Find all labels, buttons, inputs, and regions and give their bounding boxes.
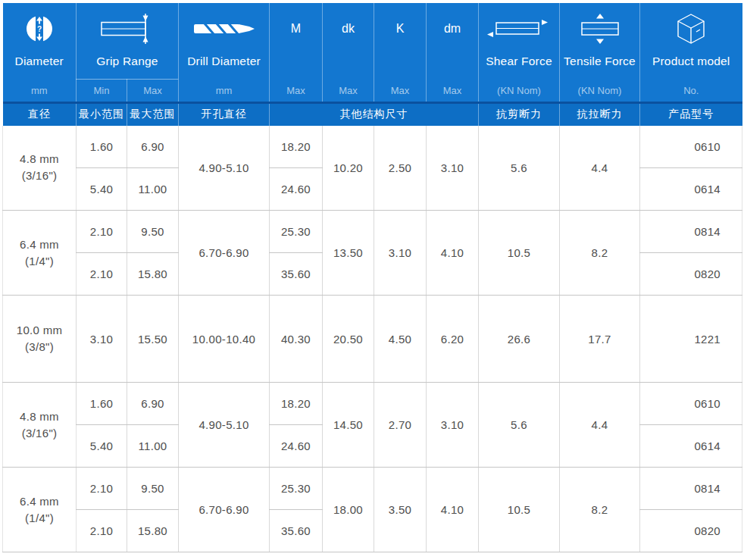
cell-k: 3.10 [374,211,427,296]
spec-sheet-page: ? Diameter [0,3,744,560]
cell-grip-min: 1.60 [77,383,127,425]
cell-model: 0610 [640,383,742,425]
cell-grip-max: 15.80 [127,510,179,552]
svg-text:?: ? [37,25,42,33]
dm-label: dm [444,22,461,36]
cell-diameter: 6.4 mm(1/4") [3,211,77,296]
cell-m: 35.60 [270,253,323,296]
cn-header-grip-max: 最大范围 [127,103,179,126]
table-header: ? Diameter [3,3,742,126]
cell-grip-max: 9.50 [127,468,179,510]
cell-m: 18.20 [270,126,323,168]
cell-dk: 20.50 [323,296,374,383]
cell-tensile: 8.2 [560,468,640,552]
cell-grip-min: 3.10 [77,296,127,383]
k-label: K [396,22,405,36]
cell-m: 18.20 [270,383,323,425]
cell-grip-max: 11.00 [127,425,179,468]
cell-dm: 4.10 [427,211,479,296]
cell-diameter: 4.8 mm(3/16") [3,383,77,468]
grip-range-label: Grip Range [77,55,178,79]
product-model-label: Product model [640,55,742,79]
col-header-m: M [270,3,323,80]
sub-label-grip-min: Min [77,80,127,103]
cell-grip-min: 2.10 [77,510,127,552]
cell-dm: 6.20 [427,296,479,383]
sub-label-drill-unit: mm [179,80,270,103]
cell-drill: 4.90-5.10 [179,383,270,468]
cell-shear: 5.6 [479,126,560,211]
col-header-dk: dk [323,3,374,80]
sub-label-k-max: Max [374,80,427,103]
cell-diameter: 4.8 mm(3/16") [3,126,77,211]
cell-drill: 10.00-10.40 [179,296,270,383]
cell-grip-min: 2.10 [77,253,127,296]
col-header-shear-force: Shear Force [479,3,560,80]
table-body: 4.8 mm(3/16") 1.60 6.90 4.90-5.10 18.20 … [3,126,742,552]
cell-model: 0614 [640,168,742,211]
table-row: 4.8 mm(3/16") 1.60 6.90 4.90-5.10 18.20 … [3,126,742,168]
table-row: 10.0 mm(3/8") 3.10 15.50 10.00-10.40 40.… [3,296,742,383]
cn-header-product: 产品型号 [640,103,742,126]
table-row: 4.8 mm(3/16") 1.60 6.90 4.90-5.10 18.20 … [3,383,742,425]
cell-model: 0820 [640,253,742,296]
sub-label-diameter-unit: mm [3,80,77,103]
col-header-dm: dm [427,3,479,80]
cell-m: 25.30 [270,468,323,510]
sub-label-tensile-unit: (KN Nom) [560,80,640,103]
shear-force-label: Shear Force [479,55,559,79]
cell-grip-max: 11.00 [127,168,179,211]
cell-grip-min: 2.10 [77,468,127,510]
table-row: 6.4 mm(1/4") 2.10 9.50 6.70-6.90 25.30 1… [3,468,742,510]
cell-grip-min: 2.10 [77,211,127,253]
dk-label: dk [342,22,355,36]
rivet-spec-table: ? Diameter [2,3,742,552]
cell-drill: 6.70-6.90 [179,468,270,552]
cell-m: 24.60 [270,168,323,211]
col-header-tensile-force: Tensile Force [560,3,640,80]
grip-range-icon [77,3,178,55]
cell-dm: 4.10 [427,468,479,552]
cell-model: 0820 [640,510,742,552]
cn-header-shear: 抗剪断力 [479,103,560,126]
cell-model: 0614 [640,425,742,468]
cell-tensile: 8.2 [560,211,640,296]
cell-k: 2.50 [374,126,427,211]
sub-label-dk-max: Max [323,80,374,103]
cell-shear: 10.5 [479,468,560,552]
col-header-product-model: Product model [640,3,742,80]
sub-label-grip-max: Max [127,80,179,103]
cn-header-other-dims: 其他结构尺寸 [270,103,479,126]
cell-m: 40.30 [270,296,323,383]
product-box-icon [640,3,742,55]
cell-grip-min: 1.60 [77,126,127,168]
cell-grip-min: 5.40 [77,168,127,211]
diameter-label: Diameter [3,55,77,79]
cell-tensile: 17.7 [560,296,640,383]
cell-shear: 5.6 [479,383,560,468]
cell-model: 0814 [640,211,742,253]
cell-dk: 10.20 [323,126,374,211]
cn-header-grip-min: 最小范围 [77,103,127,126]
cell-dm: 3.10 [427,126,479,211]
cell-k: 4.50 [374,296,427,383]
cell-dk: 14.50 [323,383,374,468]
m-label: M [291,22,301,36]
shear-force-icon [479,3,559,55]
col-header-k: K [374,3,427,80]
cell-model: 1221 [640,296,742,383]
cell-m: 25.30 [270,211,323,253]
cell-diameter: 6.4 mm(1/4") [3,468,77,552]
cell-k: 3.50 [374,468,427,552]
tensile-force-icon [560,3,639,55]
tensile-force-label: Tensile Force [560,55,639,79]
cn-header-drill: 开孔直径 [179,103,270,126]
cell-tensile: 4.4 [560,383,640,468]
drill-diameter-label: Drill Diameter [179,55,269,79]
col-header-grip-range: Grip Range [77,3,179,80]
cell-grip-max: 15.50 [127,296,179,383]
cell-grip-min: 5.40 [77,425,127,468]
cn-header-diameter: 直径 [3,103,77,126]
cell-dk: 18.00 [323,468,374,552]
cell-model: 0610 [640,126,742,168]
